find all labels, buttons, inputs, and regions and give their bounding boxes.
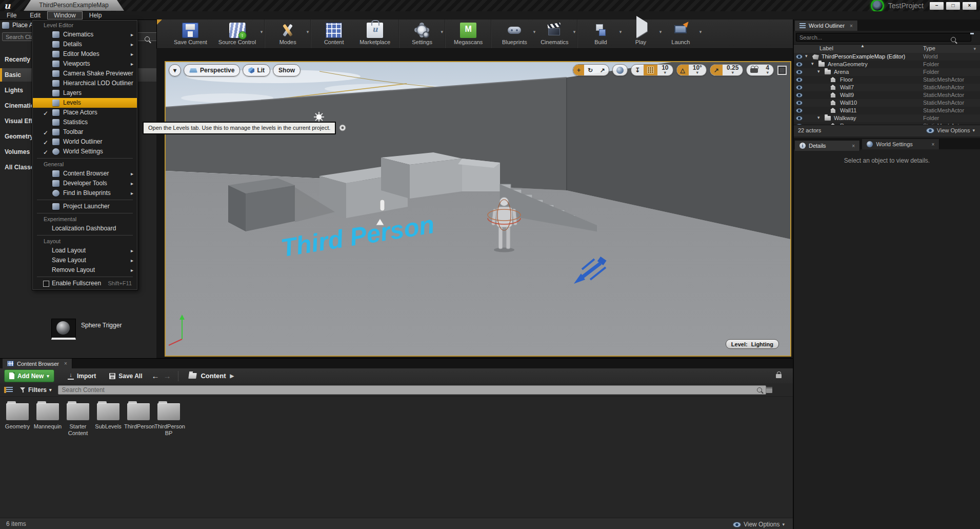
menu-item-toolbar[interactable]: ✓ Toolbar [33, 127, 137, 137]
sources-panel-icon[interactable] [4, 387, 13, 393]
back-arrow-button[interactable]: ← [151, 371, 159, 380]
menu-item-camera-shake-previewer[interactable]: Camera Shake Previewer [33, 69, 137, 79]
build-button[interactable]: ▾ Build [581, 21, 621, 47]
folder-sublevels[interactable]: SubLevels [94, 400, 123, 430]
camera-speed-icon[interactable] [747, 65, 762, 75]
menu-window[interactable]: Window [47, 11, 83, 19]
cb-view-options-button[interactable]: View Options ▾ [733, 521, 785, 528]
menu-item-remove-layout[interactable]: Remove Layout ▸ [33, 265, 137, 275]
tab-details[interactable]: Details × [795, 141, 860, 151]
chevron-down-icon[interactable]: ▾ [699, 29, 702, 34]
folder-starter-content[interactable]: Starter Content [64, 400, 92, 437]
folder-thirdperson[interactable]: ThirdPerson [124, 400, 153, 430]
menu-item-enable-fullscreen[interactable]: Enable Fullscreen Shift+F11 [33, 279, 137, 288]
menu-item-details[interactable]: Details ▸ [33, 40, 137, 49]
menu-item-viewports[interactable]: Viewports ▸ [33, 59, 137, 69]
menu-item-save-layout[interactable]: Save Layout ▸ [33, 256, 137, 265]
close-icon[interactable]: × [64, 361, 67, 366]
menu-item-find-in-blueprints[interactable]: Find in Blueprints ▸ [33, 188, 137, 198]
scale-snap-value[interactable]: 0.25▾ [723, 65, 743, 75]
outliner-row-folder[interactable]: ▾ Walkway Folder [794, 114, 980, 122]
source-control-button[interactable]: ▾ Source Control [213, 21, 262, 47]
visibility-eye-icon[interactable] [796, 54, 803, 59]
outliner-row-actor[interactable]: Floor StaticMeshActor [794, 76, 980, 84]
minimize-button[interactable]: – [929, 2, 944, 10]
visibility-eye-icon[interactable] [796, 85, 803, 90]
menu-item-hlod-outliner[interactable]: Hierarchical LOD Outliner [33, 79, 137, 88]
tab-world-outliner[interactable]: World Outliner × [795, 21, 858, 31]
visibility-eye-icon[interactable] [796, 77, 803, 82]
chevron-down-icon[interactable]: ▾ [441, 29, 444, 34]
expander-icon[interactable]: ▾ [805, 53, 808, 58]
grid-snap-value[interactable]: 10▾ [657, 65, 672, 75]
current-level-badge[interactable]: Level: Lighting [726, 339, 779, 349]
blueprints-button[interactable]: ▾ Blueprints [494, 21, 534, 47]
rotate-tool-button[interactable]: ↻ [584, 65, 596, 75]
column-label[interactable]: Label [819, 45, 833, 51]
menu-item-levels[interactable]: Levels [33, 98, 137, 108]
maximize-viewport-button[interactable] [777, 66, 787, 75]
marketplace-button[interactable]: Marketplace [354, 21, 396, 47]
show-button[interactable]: Show [273, 64, 301, 76]
sort-ascending-icon[interactable]: ▲ [861, 44, 865, 48]
close-button[interactable]: × [962, 2, 977, 10]
visibility-eye-icon[interactable] [796, 93, 803, 97]
content-button[interactable]: Content [314, 21, 354, 47]
tab-content-browser[interactable]: Content Browser × [3, 359, 72, 368]
menu-edit[interactable]: Edit [23, 11, 47, 19]
menu-item-statistics[interactable]: Statistics [33, 117, 137, 127]
lit-mode-button[interactable]: Lit [243, 64, 270, 76]
breadcrumb[interactable]: Content ▶ [189, 372, 234, 380]
outliner-search-input[interactable] [796, 33, 971, 42]
move-tool-button[interactable]: + [573, 65, 584, 75]
menu-item-place-actors[interactable]: ✓ Place Actors [33, 108, 137, 117]
viewport-options-button[interactable]: ▾ [169, 64, 181, 76]
menu-item-world-outliner[interactable]: ✓ World Outliner [33, 137, 137, 147]
expander-icon[interactable]: ▾ [811, 61, 814, 66]
expander-icon[interactable]: ▾ [817, 115, 820, 120]
outliner-row-world[interactable]: ▾ ThirdPersonExampleMap (Editor) World [794, 53, 980, 61]
modes-button[interactable]: ▾ Modes [268, 21, 308, 47]
level-tab[interactable]: ThirdPersonExampleMap [24, 0, 124, 11]
play-button[interactable]: ▾ Play [621, 21, 661, 47]
outliner-row-actor[interactable]: Wall7 StaticMeshActor [794, 84, 980, 91]
type-filter-icon[interactable]: ▾ [973, 46, 976, 51]
outliner-view-options-button[interactable]: View Options ▾ [926, 127, 975, 133]
menu-item-editor-modes[interactable]: Editor Modes ▸ [33, 49, 137, 59]
outliner-row-actor[interactable]: Wall9 StaticMeshActor [794, 91, 980, 99]
save-search-icon[interactable] [766, 387, 772, 393]
chevron-down-icon[interactable]: ▾ [261, 29, 263, 34]
menu-file[interactable]: File [0, 11, 23, 19]
grid-snap-button[interactable] [644, 65, 657, 75]
sphere-trigger-label[interactable]: Sphere Trigger [81, 322, 122, 329]
column-type[interactable]: Type [923, 45, 935, 51]
sphere-trigger-thumbnail[interactable] [51, 319, 76, 340]
menu-item-load-layout[interactable]: Load Layout ▸ [33, 246, 137, 256]
rotation-snap-button[interactable]: △ [677, 65, 689, 75]
filters-button[interactable]: Filters ▾ [20, 386, 52, 394]
menu-help[interactable]: Help [83, 11, 109, 19]
add-new-button[interactable]: Add New ▾ [4, 369, 54, 382]
perspective-button[interactable]: Perspective [184, 64, 240, 76]
visibility-eye-icon[interactable] [796, 116, 803, 121]
outliner-row-folder[interactable]: ▾ ArenaGeometry Folder [794, 61, 980, 68]
search-content-input[interactable] [58, 385, 766, 395]
outliner-row-folder[interactable]: ▾ Arena Folder [794, 68, 980, 76]
folder-geometry[interactable]: Geometry [3, 400, 32, 430]
launch-button[interactable]: ▾ Launch [661, 21, 701, 47]
visibility-eye-icon[interactable] [796, 101, 803, 105]
menu-item-layers[interactable]: Layers [33, 88, 137, 98]
rotation-snap-value[interactable]: 10°▾ [689, 65, 706, 75]
checkbox-unchecked[interactable] [43, 281, 49, 287]
visibility-eye-icon[interactable] [796, 62, 803, 67]
surface-snap-button[interactable]: ↧ [631, 65, 644, 75]
save-current-button[interactable]: Save Current [168, 21, 213, 47]
forward-arrow-button[interactable]: → [163, 371, 171, 380]
level-viewport[interactable]: Third Person [165, 61, 791, 357]
settings-button[interactable]: ▾ Settings [402, 21, 442, 47]
world-coordinate-icon[interactable] [613, 65, 627, 75]
outliner-row-actor[interactable]: Wall11 StaticMeshActor [794, 107, 980, 114]
restore-button[interactable]: □ [946, 2, 961, 10]
close-icon[interactable]: × [932, 142, 935, 147]
folder-mannequin[interactable]: Mannequin [33, 400, 62, 430]
